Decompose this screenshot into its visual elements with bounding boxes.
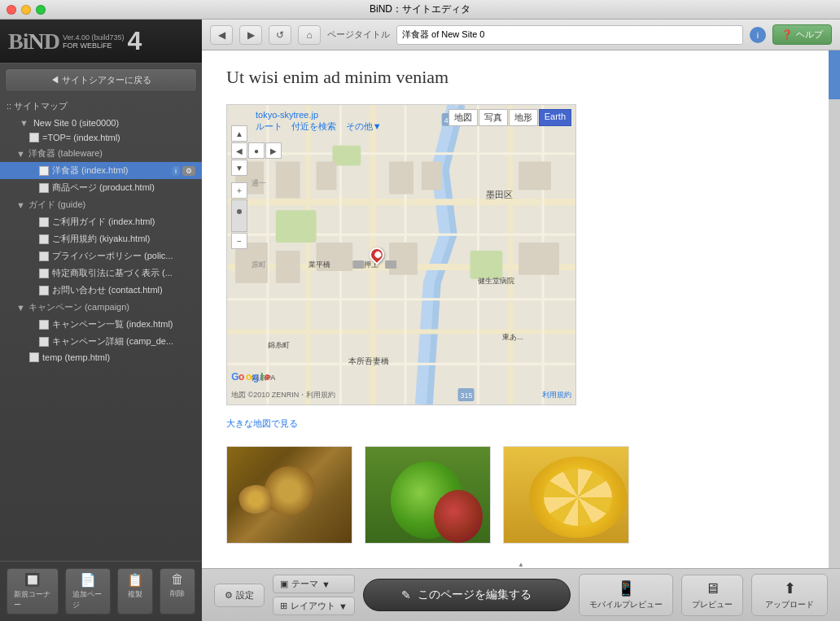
- maximize-button[interactable]: [36, 5, 46, 15]
- info-badge[interactable]: i: [172, 166, 180, 176]
- mobile-label: モバイルプレビュー: [589, 599, 663, 610]
- big-map-link[interactable]: 大きな地図で見る: [226, 418, 816, 430]
- forward-button[interactable]: ▶: [239, 25, 262, 45]
- svg-rect-29: [518, 243, 559, 275]
- map-nav-left[interactable]: ◀: [231, 142, 247, 159]
- edit-page-button[interactable]: ✎ このページを編集する: [363, 579, 571, 611]
- theme-icon: ▣: [280, 579, 288, 589]
- preview-icon: 🖥: [705, 580, 720, 597]
- delete-label: 削除: [170, 588, 185, 599]
- tree-item-contact[interactable]: お問い合わせ (contact.html): [0, 282, 202, 299]
- map-nav-up[interactable]: ▲: [231, 125, 247, 142]
- delete-button[interactable]: 🗑 削除: [160, 568, 195, 614]
- skytree-link[interactable]: tokyo-skytree.jp: [256, 110, 318, 120]
- thumbnail-lemon[interactable]: [503, 446, 629, 544]
- vertical-scrollbar[interactable]: [829, 50, 840, 568]
- map-tab-earth[interactable]: Earth: [539, 109, 571, 126]
- map-tab-map[interactable]: 地図: [448, 109, 478, 126]
- settings-icon: ⚙: [225, 590, 233, 601]
- tree-item-campaign-index[interactable]: キャンペーン一覧 (index.html): [0, 316, 202, 333]
- help-button[interactable]: ❓ ヘルプ: [772, 24, 832, 45]
- add-page-button[interactable]: 📄 追加ページ: [65, 568, 111, 614]
- gear-badge[interactable]: ⚙: [182, 166, 195, 176]
- tree-item-label: プライバシーポリシー (polic...: [52, 250, 173, 262]
- nearby-link[interactable]: 付近を検索: [291, 121, 336, 131]
- mobile-preview-button[interactable]: 📱 モバイルプレビュー: [579, 574, 673, 616]
- sidebar-bottom-toolbar: 🔲 新規コーナー 📄 追加ページ 📋 複製 🗑 削除: [0, 561, 202, 621]
- for-web-label: FOR WEBLiFE: [63, 42, 125, 50]
- preview-button[interactable]: 🖥 プレビュー: [681, 575, 743, 616]
- tree-item-site[interactable]: ▼ New Site 0 (site0000): [0, 116, 202, 130]
- scroll-indicator: ▲: [518, 561, 524, 568]
- big-map-link-inline[interactable]: 利用規約: [542, 390, 571, 400]
- minimize-button[interactable]: [21, 5, 31, 15]
- tree-item-top[interactable]: =TOP= (index.html): [0, 130, 202, 145]
- theme-chevron: ▼: [322, 579, 330, 589]
- new-corner-button[interactable]: 🔲 新規コーナー: [7, 568, 59, 614]
- svg-rect-16: [276, 210, 317, 243]
- tree-section-label: ガイド (guide): [28, 199, 85, 211]
- upload-button[interactable]: ⬆ アップロード: [751, 574, 828, 616]
- settings-button[interactable]: ⚙ 設定: [214, 584, 265, 607]
- tree-item-kiyaku[interactable]: ご利用規約 (kiyaku.html): [0, 230, 202, 247]
- tree-item-privacy[interactable]: プライバシーポリシー (polic...: [0, 247, 202, 265]
- refresh-button[interactable]: ↺: [269, 25, 291, 45]
- close-button[interactable]: [7, 5, 16, 15]
- map-nav-down[interactable]: ▼: [231, 160, 247, 176]
- marker-dot: [374, 250, 383, 259]
- tree-item-tableware-index[interactable]: 洋食器 (index.html) i ⚙: [0, 162, 202, 179]
- page-icon: [29, 352, 39, 362]
- main-area: ◀ ▶ ↺ ⌂ ページタイトル i ❓ ヘルプ ◀ ▶ Ut w: [202, 20, 840, 621]
- svg-rect-47: [385, 260, 396, 269]
- sidebar: BiND Ver.4.00 (build735) FOR WEBLiFE 4 ◀…: [0, 20, 202, 621]
- tree-item-temp[interactable]: temp (temp.html): [0, 350, 202, 365]
- tree-item-campaign-detail[interactable]: キャンペーン詳細 (camp_de...: [0, 333, 202, 350]
- tree-item-label: 商品ページ (product.html): [52, 181, 155, 194]
- map-container[interactable]: 墨田区 本所吾妻橋 健生堂病院 東あ... 錦糸町 錦糸PA 業平橋 日押上 原…: [226, 104, 576, 405]
- mobile-icon: 📱: [617, 579, 635, 597]
- other-link[interactable]: その他▼: [346, 121, 382, 131]
- map-tab-terrain[interactable]: 地形: [509, 109, 538, 126]
- map-zoom-out[interactable]: −: [231, 233, 247, 249]
- svg-text:e: e: [265, 371, 270, 383]
- tree-item-tokutei[interactable]: 特定商取引法に基づく表示 (...: [0, 265, 202, 282]
- svg-text:業平橋: 業平橋: [308, 260, 330, 269]
- top-toolbar: ◀ ▶ ↺ ⌂ ページタイトル i ❓ ヘルプ: [202, 20, 840, 50]
- back-to-theater-button[interactable]: ◀ サイトシアターに戻る: [5, 68, 197, 92]
- info-button[interactable]: i: [750, 27, 766, 43]
- tree-item-product[interactable]: 商品ページ (product.html): [0, 179, 202, 196]
- svg-text:o: o: [238, 371, 244, 383]
- version-label: Ver.4.00 (build735): [63, 33, 125, 42]
- map-zoom-in[interactable]: +: [231, 182, 247, 199]
- layout-label: レイアウト: [291, 600, 335, 612]
- help-label: ヘルプ: [796, 28, 823, 41]
- tree-section-tableware[interactable]: ▼ 洋食器 (tableware): [0, 145, 202, 162]
- layout-button[interactable]: ⊞ レイアウト ▼: [273, 597, 355, 615]
- svg-text:東あ...: 東あ...: [502, 333, 523, 341]
- svg-rect-28: [389, 243, 418, 275]
- home-button[interactable]: ⌂: [298, 25, 321, 45]
- map-tab-toolbar: 地図 写真 地形 Earth: [448, 109, 571, 126]
- thumbnail-nuts[interactable]: [226, 446, 352, 544]
- tree-item-label: 洋食器 (index.html): [52, 164, 129, 177]
- svg-rect-24: [518, 162, 551, 190]
- tree-item-label: お問い合わせ (contact.html): [52, 284, 163, 296]
- tree-section-guide[interactable]: ▼ ガイド (guide): [0, 196, 202, 213]
- map-nav-right[interactable]: ▶: [265, 142, 282, 159]
- map-nav-center[interactable]: ●: [248, 142, 265, 159]
- duplicate-button[interactable]: 📋 複製: [117, 568, 153, 614]
- map-navigation: ▲ ◀ ● ▶ ▼ + −: [231, 125, 282, 249]
- page-icon: [29, 133, 39, 142]
- page-title-input[interactable]: [396, 25, 743, 45]
- svg-text:錦糸町: 錦糸町: [268, 341, 290, 349]
- back-button[interactable]: ◀: [210, 25, 233, 45]
- tree-item-label: キャンペーン詳細 (camp_de...: [52, 335, 173, 348]
- thumbnail-apple[interactable]: [365, 446, 491, 544]
- apple-small: [434, 490, 483, 543]
- theme-button[interactable]: ▣ テーマ ▼: [273, 575, 355, 593]
- map-tab-photo[interactable]: 写真: [479, 109, 508, 126]
- tree-section-campaign[interactable]: ▼ キャンペーン (campaign): [0, 299, 202, 316]
- tree-item-guide-index[interactable]: ご利用ガイド (index.html): [0, 213, 202, 230]
- tree-item-label: 特定商取引法に基づく表示 (...: [52, 267, 173, 279]
- logo: BiND: [8, 28, 59, 55]
